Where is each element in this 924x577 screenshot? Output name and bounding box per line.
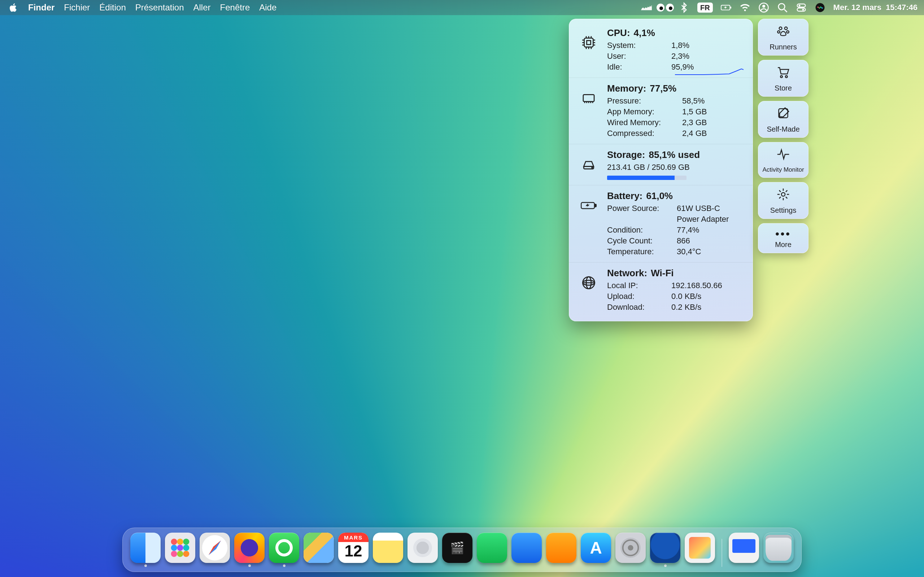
memory-section[interactable]: Memory: 77,5% Pressure:58,5% App Memory:…	[569, 77, 753, 144]
dock-whatsapp[interactable]	[269, 533, 299, 567]
battery-cycle-value: 866	[677, 235, 690, 246]
control-center-icon[interactable]	[796, 2, 807, 13]
menu-edition[interactable]: Édition	[99, 3, 126, 13]
calendar-month-label: MARS	[338, 533, 368, 542]
input-source-badge[interactable]: FR	[697, 3, 713, 13]
svg-point-3	[762, 5, 765, 8]
memory-wired-value: 2,3 GB	[682, 117, 707, 128]
menubar-app-name[interactable]: Finder	[28, 3, 55, 13]
runcat-side-buttons: Runners Store Self-Made Activity Monitor…	[758, 19, 809, 321]
dock-trash[interactable]	[763, 533, 794, 567]
svg-rect-8	[797, 8, 805, 11]
dock-firefox[interactable]	[234, 533, 265, 567]
battery-condition-label: Condition:	[607, 225, 674, 235]
user-account-icon[interactable]	[758, 2, 769, 13]
network-title-label: Network:	[607, 268, 647, 279]
network-title-value: Wi-Fi	[651, 268, 674, 279]
cpu-sparkline	[675, 68, 743, 76]
battery-status-icon[interactable]	[721, 2, 732, 13]
activity-monitor-label: Activity Monitor	[762, 166, 804, 174]
cpu-chip-icon	[581, 35, 597, 52]
dock-numbers[interactable]	[477, 533, 507, 567]
svg-rect-6	[797, 4, 805, 7]
battery-section[interactable]: Battery: 61,0% Power Source:61W USB-C Po…	[569, 185, 753, 262]
svg-point-29	[782, 193, 785, 196]
menu-fenetre[interactable]: Fenêtre	[220, 3, 250, 13]
svg-point-26	[780, 76, 782, 78]
dock-preview[interactable]	[685, 533, 715, 567]
cpu-idle-label: Idle:	[607, 62, 669, 73]
storage-disk-icon	[581, 156, 597, 174]
battery-temp-value: 30,4°C	[677, 246, 701, 257]
menu-presentation[interactable]: Présentation	[135, 3, 184, 13]
dock-launchpad[interactable]	[165, 533, 195, 567]
dock: MARS12	[122, 528, 802, 572]
svg-point-23	[785, 27, 788, 30]
self-made-label: Self-Made	[767, 125, 800, 134]
svg-rect-1	[730, 6, 731, 9]
store-button[interactable]: Store	[758, 60, 809, 97]
more-label: More	[775, 240, 792, 249]
dock-separator	[722, 539, 722, 567]
battery-source-value: 61W USB-C Power Adapter	[677, 203, 744, 225]
memory-compressed-label: Compressed:	[607, 128, 679, 139]
network-section[interactable]: Network: Wi-Fi Local IP:192.168.50.66 Up…	[569, 262, 753, 318]
spotlight-search-icon[interactable]	[777, 2, 788, 13]
runcat-popover: CPU: 4,1% System:1,8% User:2,3% Idle:95,…	[569, 19, 809, 321]
memory-app-label: App Memory:	[607, 106, 679, 117]
bluetooth-icon[interactable]	[678, 2, 690, 13]
cpu-system-value: 1,8%	[671, 40, 690, 51]
dock-pages[interactable]	[546, 533, 577, 567]
dock-system-settings[interactable]	[615, 533, 646, 567]
calendar-day-label: 12	[345, 542, 362, 560]
svg-rect-11	[584, 38, 593, 47]
svg-point-9	[802, 9, 804, 10]
cart-icon	[776, 65, 790, 81]
dock-calendar[interactable]: MARS12	[338, 533, 368, 567]
battery-title-label: Battery:	[607, 190, 643, 201]
self-made-button[interactable]: Self-Made	[758, 101, 809, 138]
menu-aller[interactable]: Aller	[194, 3, 211, 13]
dock-appstore[interactable]	[581, 533, 611, 567]
dock-safari[interactable]	[200, 533, 230, 567]
dock-notes[interactable]	[373, 533, 403, 567]
more-dots-icon: •••	[775, 228, 791, 238]
svg-point-4	[778, 3, 785, 10]
cpu-system-label: System:	[607, 40, 669, 51]
gear-icon	[776, 187, 790, 203]
svg-rect-12	[587, 41, 591, 45]
menubar-date[interactable]: Mer. 12 mars	[834, 3, 881, 12]
more-button[interactable]: ••• More	[758, 223, 809, 253]
svg-point-22	[779, 27, 782, 30]
settings-button[interactable]: Settings	[758, 182, 809, 219]
svg-rect-13	[583, 95, 594, 102]
cpu-title-value: 4,1%	[634, 27, 655, 39]
dock-passwords[interactable]	[407, 533, 438, 567]
network-down-value: 0.2 KB/s	[671, 302, 701, 313]
svg-point-27	[785, 76, 788, 78]
svg-point-25	[787, 31, 789, 33]
battery-charging-icon	[581, 198, 597, 215]
dock-keynote[interactable]	[512, 533, 542, 567]
dock-screenshot-app[interactable]	[729, 533, 759, 567]
wifi-icon[interactable]	[740, 2, 750, 13]
menu-aide[interactable]: Aide	[259, 3, 276, 13]
runcat-menubar-icon[interactable]	[641, 2, 652, 13]
dock-tv[interactable]	[442, 533, 472, 567]
paw-icon	[776, 24, 790, 40]
activity-monitor-button[interactable]: Activity Monitor	[758, 142, 809, 178]
runners-button[interactable]: Runners	[758, 19, 809, 56]
dock-thunderbird[interactable]	[650, 533, 680, 567]
siri-icon[interactable]	[815, 2, 825, 13]
apple-menu-icon[interactable]	[8, 2, 19, 13]
memory-chip-icon	[581, 90, 597, 108]
storage-detail: 213.41 GB / 250.69 GB	[607, 162, 690, 173]
storage-section[interactable]: Storage: 85,1% used 213.41 GB / 250.69 G…	[569, 144, 753, 185]
menu-fichier[interactable]: Fichier	[64, 3, 90, 13]
cpu-section[interactable]: CPU: 4,1% System:1,8% User:2,3% Idle:95,…	[569, 23, 753, 77]
xeyes-menubar-icon[interactable]	[660, 2, 670, 13]
dock-maps[interactable]	[304, 533, 334, 567]
dock-finder[interactable]	[130, 533, 161, 567]
menubar-time[interactable]: 15:47:46	[886, 3, 918, 12]
network-up-value: 0.0 KB/s	[671, 291, 701, 302]
